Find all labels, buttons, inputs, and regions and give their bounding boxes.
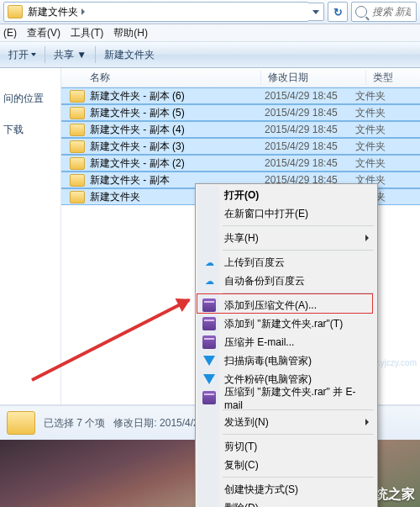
table-row[interactable]: 新建文件夹 - 副本 (6)2015/4/29 18:45文件夹 bbox=[61, 87, 420, 104]
menu-edit[interactable]: (E) bbox=[3, 27, 17, 39]
ctx-open[interactable]: 打开(O) bbox=[197, 186, 375, 204]
refresh-button[interactable]: ↻ bbox=[328, 2, 348, 22]
file-type: 文件夹 bbox=[355, 140, 386, 154]
ctx-add-to-archive[interactable]: 添加到压缩文件(A)... bbox=[197, 296, 375, 314]
file-name: 新建文件夹 - 副本 (2) bbox=[90, 156, 265, 171]
folder-icon bbox=[8, 5, 23, 18]
file-type: 文件夹 bbox=[355, 89, 386, 103]
file-type: 文件夹 bbox=[355, 156, 386, 171]
table-row[interactable]: 新建文件夹 - 副本 (5)2015/4/29 18:45文件夹 bbox=[61, 104, 420, 121]
rar-icon bbox=[202, 317, 216, 330]
folder-icon bbox=[70, 174, 85, 187]
ctx-delete[interactable]: 删除(D) bbox=[197, 499, 375, 507]
file-name: 新建文件夹 - 副本 (3) bbox=[90, 140, 265, 154]
ctx-open-new-window[interactable]: 在新窗口中打开(E) bbox=[197, 204, 375, 223]
ctx-label: 压缩并 E-mail... bbox=[224, 335, 294, 350]
file-type: 文件夹 bbox=[355, 106, 386, 120]
file-date: 2015/4/29 18:45 bbox=[265, 124, 355, 135]
rar-icon bbox=[202, 391, 216, 404]
search-input[interactable] bbox=[370, 5, 412, 18]
ctx-compress-email[interactable]: 压缩并 E-mail... bbox=[197, 333, 375, 351]
folder-icon bbox=[70, 124, 85, 136]
address-bar[interactable]: 新建文件夹 bbox=[3, 2, 309, 22]
ctx-cut[interactable]: 剪切(T) bbox=[197, 437, 375, 456]
sidebar-item-downloads[interactable]: 下载 bbox=[3, 123, 57, 137]
separator bbox=[223, 225, 374, 226]
folder-icon bbox=[7, 411, 35, 435]
rar-icon bbox=[202, 298, 216, 312]
cloud-icon: ☁ bbox=[202, 256, 216, 269]
rar-icon bbox=[202, 335, 216, 349]
open-button[interactable]: 打开 bbox=[5, 46, 39, 64]
file-date: 2015/4/29 18:45 bbox=[265, 90, 355, 102]
file-date: 2015/4/29 18:45 bbox=[265, 140, 355, 152]
file-type: 文件夹 bbox=[355, 123, 386, 137]
table-row[interactable]: 新建文件夹 - 副本 (2)2015/4/29 18:45文件夹 bbox=[61, 155, 420, 172]
folder-icon bbox=[70, 157, 85, 170]
navigation-pane: 问的位置 下载 bbox=[0, 68, 60, 404]
ctx-add-to-rar[interactable]: 添加到 "新建文件夹.rar"(T) bbox=[197, 314, 375, 333]
open-label: 打开 bbox=[8, 48, 29, 62]
share-button[interactable]: 共享 ▼ bbox=[50, 46, 90, 64]
file-name: 新建文件夹 - 副本 (4) bbox=[90, 123, 265, 137]
chevron-down-icon bbox=[31, 53, 36, 56]
folder-icon bbox=[70, 107, 85, 119]
file-name: 新建文件夹 - 副本 (6) bbox=[90, 89, 265, 103]
ctx-open-label: 打开(O) bbox=[224, 188, 259, 203]
ctx-label: 压缩到 "新建文件夹.rar" 并 E-mail bbox=[224, 385, 369, 411]
refresh-icon: ↻ bbox=[333, 6, 343, 18]
ctx-scan-virus[interactable]: 扫描病毒(电脑管家) bbox=[197, 351, 375, 370]
menu-view[interactable]: 查看(V) bbox=[27, 26, 60, 40]
menu-help[interactable]: 帮助(H) bbox=[113, 26, 148, 40]
sidebar-item-recent[interactable]: 问的位置 bbox=[3, 92, 57, 106]
breadcrumb-current: 新建文件夹 bbox=[28, 5, 78, 19]
ctx-copy[interactable]: 复制(C) bbox=[197, 456, 375, 474]
ctx-send-to[interactable]: 发送到(N) bbox=[197, 413, 375, 431]
separator bbox=[223, 477, 374, 478]
ctx-create-shortcut[interactable]: 创建快捷方式(S) bbox=[197, 480, 375, 499]
file-name: 新建文件夹 - 副本 (5) bbox=[90, 106, 265, 120]
new-folder-button[interactable]: 新建文件夹 bbox=[101, 46, 158, 64]
status-mod-label: 修改日期: bbox=[113, 417, 156, 429]
ctx-upload-baidu[interactable]: ☁上传到百度云 bbox=[197, 253, 375, 272]
context-menu: 打开(O) 在新窗口中打开(E) 共享(H) ☁上传到百度云 ☁自动备份到百度云… bbox=[195, 183, 378, 507]
column-name[interactable]: 名称 bbox=[61, 71, 261, 85]
search-icon bbox=[355, 6, 367, 18]
chevron-down-icon bbox=[312, 10, 319, 14]
folder-icon bbox=[70, 191, 85, 203]
folder-icon bbox=[70, 90, 85, 103]
menu-bar: (E) 查看(V) 工具(T) 帮助(H) bbox=[0, 24, 420, 42]
file-date: 2015/4/29 18:45 bbox=[265, 107, 355, 119]
ctx-auto-backup[interactable]: ☁自动备份到百度云 bbox=[197, 272, 375, 290]
separator bbox=[45, 46, 45, 63]
cloud-icon: ☁ bbox=[202, 274, 216, 288]
ctx-label: 添加到压缩文件(A)... bbox=[224, 298, 317, 313]
file-date: 2015/4/29 18:45 bbox=[265, 157, 355, 169]
history-dropdown-button[interactable] bbox=[308, 3, 324, 21]
ctx-share[interactable]: 共享(H) bbox=[197, 229, 375, 247]
column-headers: 名称 修改日期 类型 bbox=[61, 68, 420, 87]
table-row[interactable]: 新建文件夹 - 副本 (3)2015/4/29 18:45文件夹 bbox=[61, 138, 420, 155]
chevron-right-icon bbox=[81, 8, 85, 15]
ctx-label: 上传到百度云 bbox=[224, 256, 285, 270]
folder-icon bbox=[70, 140, 85, 153]
separator bbox=[223, 434, 374, 435]
ctx-label: 添加到 "新建文件夹.rar"(T) bbox=[224, 317, 343, 331]
search-box[interactable] bbox=[351, 2, 417, 22]
column-date[interactable]: 修改日期 bbox=[261, 71, 366, 85]
separator bbox=[223, 250, 374, 251]
column-type[interactable]: 类型 bbox=[366, 71, 420, 85]
menu-tools[interactable]: 工具(T) bbox=[71, 26, 103, 40]
command-bar: 打开 共享 ▼ 新建文件夹 bbox=[0, 42, 420, 68]
shield-icon bbox=[202, 354, 216, 367]
newfolder-label: 新建文件夹 bbox=[104, 48, 155, 62]
ctx-label: 自动备份到百度云 bbox=[224, 274, 305, 288]
ctx-label: 扫描病毒(电脑管家) bbox=[224, 354, 312, 368]
status-selection: 已选择 7 个项 bbox=[44, 417, 105, 429]
share-label: 共享 ▼ bbox=[54, 48, 87, 62]
table-row[interactable]: 新建文件夹 - 副本 (4)2015/4/29 18:45文件夹 bbox=[61, 121, 420, 138]
ctx-compress-rar-email[interactable]: 压缩到 "新建文件夹.rar" 并 E-mail bbox=[197, 388, 375, 407]
separator bbox=[95, 46, 96, 63]
separator bbox=[223, 293, 374, 293]
shield-icon bbox=[202, 372, 216, 386]
